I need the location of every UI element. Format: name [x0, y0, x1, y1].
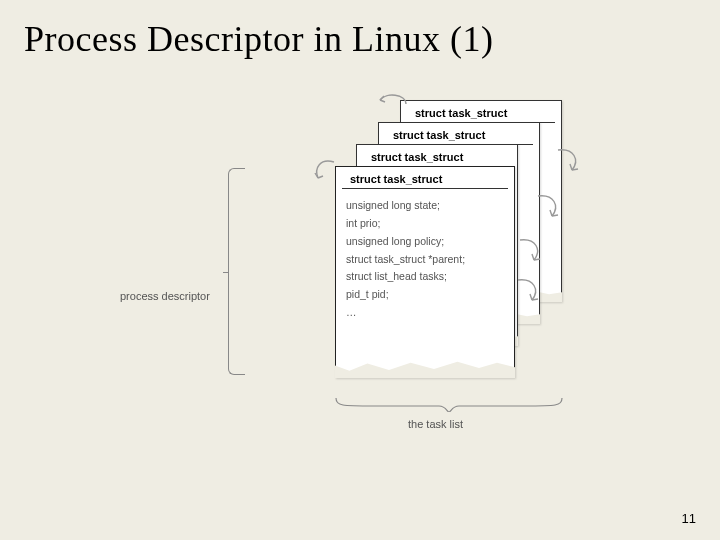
- struct-header: struct task_struct: [342, 167, 508, 189]
- link-arrow-icon: [514, 276, 542, 304]
- struct-field: struct task_struct *parent;: [346, 251, 504, 269]
- struct-header: struct task_struct: [363, 145, 511, 167]
- link-arrow-icon: [554, 146, 582, 174]
- link-arrow-icon: [312, 158, 340, 182]
- task-list-label: the task list: [408, 418, 463, 430]
- left-bracket-icon: [228, 168, 245, 375]
- bottom-brace-icon: [334, 396, 564, 412]
- struct-fields: unsigned long state; int prio; unsigned …: [336, 189, 514, 322]
- struct-field: int prio;: [346, 215, 504, 233]
- link-arrow-icon: [376, 90, 410, 110]
- struct-field: unsigned long policy;: [346, 233, 504, 251]
- page-number: 11: [682, 511, 696, 526]
- struct-field: …: [346, 304, 504, 322]
- struct-field: unsigned long state;: [346, 197, 504, 215]
- struct-field: struct list_head tasks;: [346, 268, 504, 286]
- link-arrow-icon: [534, 192, 562, 220]
- task-struct-diagram: struct task_struct struct task_struct st…: [120, 100, 600, 480]
- struct-header: struct task_struct: [407, 101, 555, 123]
- process-descriptor-label: process descriptor: [120, 290, 210, 302]
- struct-header: struct task_struct: [385, 123, 533, 145]
- task-struct-sheet-1: struct task_struct unsigned long state; …: [335, 166, 515, 378]
- struct-field: pid_t pid;: [346, 286, 504, 304]
- slide-title: Process Descriptor in Linux (1): [24, 18, 493, 60]
- link-arrow-icon: [516, 236, 544, 264]
